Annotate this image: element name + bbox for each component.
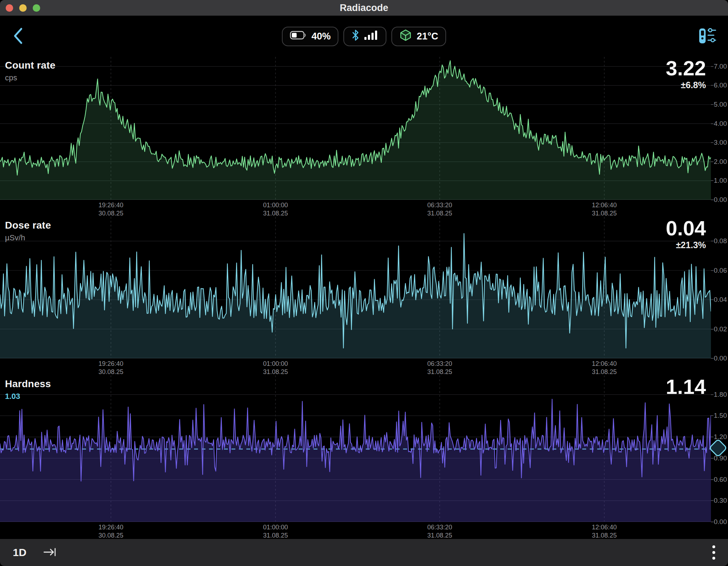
y-axis-tick-label: 0.06 [714,267,727,274]
count-rate-chart-section: 7.006.005.004.003.002.001.000.00 Count r… [0,57,728,217]
x-axis-tick-label: 19:26:4030.08.25 [82,360,139,376]
y-axis-tick-mark [711,458,713,459]
y-axis-tick-mark [711,104,713,105]
x-axis-tick-label: 06:33:2031.08.25 [411,523,468,539]
y-axis-tick-label: 0.00 [714,354,727,362]
count-rate-x-axis: 19:26:4030.08.2501:00:0031.08.2506:33:20… [0,200,711,217]
y-axis-tick-label: 0.00 [714,196,727,204]
y-axis-tick-label: 2.00 [714,158,727,166]
skip-to-latest-button[interactable] [43,545,58,560]
y-axis-tick-mark [711,500,713,501]
dose-rate-x-axis: 19:26:4030.08.2501:00:0031.08.2506:33:20… [0,358,711,375]
bluetooth-icon [351,29,360,44]
more-menu-button[interactable] [712,544,716,561]
chart-title: Dose rate [5,220,51,231]
battery-icon [290,30,307,43]
uncertainty-value: ±21.3% [666,240,706,250]
y-axis-tick-mark [711,329,713,330]
y-axis-tick-mark [711,142,713,143]
x-axis-tick-label: 12:06:4031.08.25 [576,201,633,217]
count-rate-y-axis: 7.006.005.004.003.002.001.000.00 [711,57,728,200]
skip-to-latest-icon [43,554,58,559]
y-axis-tick-mark [711,85,713,86]
dose-rate-chart-section: 0.080.060.040.020.00 Dose rate µSv/h 0.0… [0,217,728,375]
y-axis-tick-mark [711,123,713,124]
y-axis-tick-label: 1.00 [714,177,727,185]
y-axis-tick-label: 1.80 [714,391,727,399]
y-axis-tick-mark [711,241,713,241]
y-axis-tick-mark [711,415,713,416]
y-axis-tick-mark [711,479,713,480]
traffic-lights [6,0,40,16]
hardness-chart-section: 1.801.501.200.900.600.300.00 Hardness 1.… [0,375,728,539]
y-axis-tick-label: 7.00 [714,63,727,70]
y-axis-tick-mark [711,358,713,359]
y-axis-tick-mark [711,270,713,271]
mean-value-label: 1.03 [5,392,51,401]
y-axis-tick-mark [711,66,713,67]
temperature-label: 21°C [417,31,438,42]
current-value: 0.04 [666,218,706,239]
y-axis-tick-mark [711,161,713,162]
y-axis-tick-mark [711,394,713,395]
back-button[interactable] [8,24,29,48]
chevron-left-icon [11,42,26,47]
x-axis-tick-label: 01:00:0031.08.25 [247,201,304,217]
device-sliders-icon [698,43,717,48]
uncertainty-value: ±6.8% [666,80,706,90]
chart-title: Count rate [5,60,55,71]
status-pills: 40% [282,27,446,46]
window-title: Radiacode [0,2,728,14]
y-axis-tick-label: 1.20 [714,433,727,441]
zoom-button[interactable] [33,4,40,12]
x-axis-tick-label: 19:26:4030.08.25 [82,523,139,539]
y-axis-tick-mark [711,437,713,437]
time-range-button[interactable]: 1D [13,546,26,559]
y-axis-tick-label: 5.00 [714,101,727,108]
device-settings-button[interactable] [697,25,718,48]
y-axis-tick-label: 0.00 [714,518,727,526]
hardness-x-axis: 19:26:4030.08.2501:00:0031.08.2506:33:20… [0,522,711,539]
y-axis-tick-label: 6.00 [714,81,727,89]
y-axis-tick-label: 4.00 [714,120,727,128]
x-axis-tick-label: 19:26:4030.08.25 [82,201,139,217]
bluetooth-status-pill [343,27,386,46]
y-axis-tick-label: 0.02 [714,325,727,333]
minimize-button[interactable] [19,4,27,12]
chart-title: Hardness [5,378,51,390]
y-axis-tick-mark [711,199,713,200]
y-axis-tick-label: 0.60 [714,476,727,484]
menu-ellipsis-icon [712,557,716,562]
chart-unit-label: µSv/h [5,233,51,242]
x-axis-tick-label: 06:33:2031.08.25 [411,360,468,376]
y-axis-tick-label: 0.30 [714,497,727,504]
close-button[interactable] [6,4,13,12]
bottom-toolbar: 1D [0,539,728,566]
current-value: 1.14 [666,376,706,398]
toolbar: 40% [0,16,728,57]
y-axis-tick-mark [711,180,713,181]
dose-rate-y-axis: 0.080.060.040.020.00 [711,217,728,358]
x-axis-tick-label: 01:00:0031.08.25 [247,523,304,539]
temperature-status-pill: 21°C [391,27,446,46]
x-axis-tick-label: 06:33:2031.08.25 [411,201,468,217]
battery-percent-label: 40% [311,31,331,42]
x-axis-tick-label: 12:06:4031.08.25 [576,523,633,539]
y-axis-tick-label: 0.04 [714,296,727,304]
x-axis-tick-label: 12:06:4031.08.25 [576,360,633,376]
y-axis-tick-label: 3.00 [714,139,727,146]
cube-icon [399,29,412,44]
battery-status-pill: 40% [282,27,338,46]
x-axis-tick-label: 01:00:0031.08.25 [247,360,304,376]
signal-bars-icon [364,30,379,43]
dose-rate-plot[interactable]: 0.080.060.040.020.00 Dose rate µSv/h 0.0… [0,217,728,358]
count-rate-plot[interactable]: 7.006.005.004.003.002.001.000.00 Count r… [0,57,728,200]
y-axis-tick-label: 0.08 [714,237,727,245]
titlebar: Radiacode [0,0,728,16]
hardness-plot[interactable]: 1.801.501.200.900.600.300.00 Hardness 1.… [0,375,728,522]
y-axis-tick-mark [711,522,713,522]
app-window: Radiacode 40% [0,0,728,566]
y-axis-tick-mark [711,299,713,300]
y-axis-tick-label: 1.50 [714,412,727,420]
current-value: 3.22 [666,58,706,79]
